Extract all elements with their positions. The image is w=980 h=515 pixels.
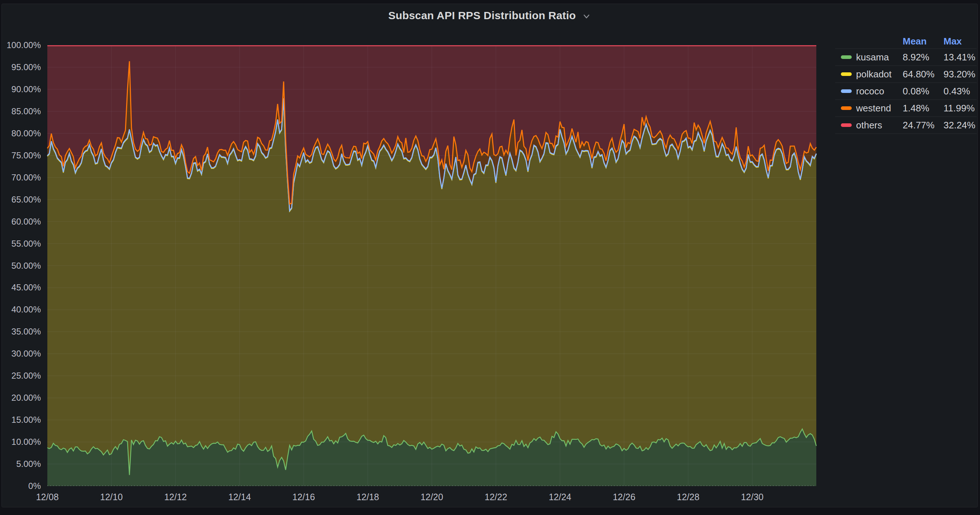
x-tick-label: 12/10 bbox=[86, 491, 137, 503]
legend-swatch-others bbox=[841, 123, 852, 127]
legend-label-polkadot[interactable]: polkadot bbox=[856, 69, 891, 80]
y-tick-label: 10.00% bbox=[2, 437, 41, 447]
y-tick-label: 20.00% bbox=[2, 392, 41, 403]
legend-mean-others: 24.77% bbox=[903, 120, 934, 131]
legend-mean-rococo: 0.08% bbox=[903, 86, 929, 97]
y-tick-label: 0% bbox=[2, 481, 41, 491]
stacked-area-chart[interactable] bbox=[47, 45, 816, 486]
legend-swatch-westend bbox=[841, 106, 852, 110]
y-tick-label: 50.00% bbox=[2, 260, 41, 271]
chevron-down-icon[interactable] bbox=[582, 11, 591, 21]
legend-column-header-max[interactable]: Max bbox=[943, 35, 962, 47]
panel-title[interactable]: Subscan API RPS Distribution Ratio bbox=[388, 10, 576, 22]
x-tick-label: 12/30 bbox=[727, 491, 778, 503]
legend-mean-kusama: 8.92% bbox=[903, 52, 929, 63]
x-tick-label: 12/16 bbox=[278, 491, 329, 503]
panel-header[interactable]: Subscan API RPS Distribution Ratio bbox=[2, 4, 977, 27]
legend-swatch-kusama bbox=[841, 55, 852, 59]
legend-row-polkadot[interactable]: polkadot64.80%93.20% bbox=[835, 66, 977, 83]
y-tick-label: 95.00% bbox=[2, 62, 41, 73]
y-tick-label: 65.00% bbox=[2, 194, 41, 205]
y-tick-label: 80.00% bbox=[2, 128, 41, 139]
legend-mean-polkadot: 64.80% bbox=[903, 69, 934, 80]
legend-swatch-rococo bbox=[841, 89, 852, 93]
legend-max-westend: 11.99% bbox=[943, 103, 975, 114]
legend-max-others: 32.24% bbox=[943, 120, 975, 131]
legend-max-kusama: 13.41% bbox=[943, 52, 975, 63]
x-tick-label: 12/24 bbox=[535, 491, 585, 503]
y-tick-label: 25.00% bbox=[2, 370, 41, 381]
legend-row-rococo[interactable]: rococo0.08%0.43% bbox=[835, 83, 977, 100]
legend-row-westend[interactable]: westend1.48%11.99% bbox=[835, 100, 977, 117]
x-tick-label: 12/18 bbox=[342, 491, 393, 503]
legend-header-row: MeanMax bbox=[835, 33, 977, 49]
legend-swatch-polkadot bbox=[841, 72, 852, 76]
panel-subscan-rps: Subscan API RPS Distribution Ratio 0%5.0… bbox=[2, 4, 978, 507]
legend-row-kusama[interactable]: kusama8.92%13.41% bbox=[835, 49, 977, 66]
plot-area[interactable] bbox=[47, 45, 816, 486]
x-tick-label: 12/14 bbox=[214, 491, 265, 503]
legend-label-westend[interactable]: westend bbox=[856, 103, 891, 114]
legend-max-rococo: 0.43% bbox=[943, 86, 970, 97]
x-tick-label: 12/28 bbox=[663, 491, 713, 503]
y-tick-label: 90.00% bbox=[2, 84, 41, 95]
x-tick-label: 12/20 bbox=[407, 491, 457, 503]
legend-label-kusama[interactable]: kusama bbox=[856, 52, 889, 63]
legend-row-others[interactable]: others24.77%32.24% bbox=[835, 117, 977, 134]
y-tick-label: 70.00% bbox=[2, 172, 41, 183]
legend-column-header-mean[interactable]: Mean bbox=[903, 35, 926, 47]
y-tick-label: 60.00% bbox=[2, 216, 41, 227]
y-tick-label: 45.00% bbox=[2, 282, 41, 293]
y-tick-label: 40.00% bbox=[2, 304, 41, 315]
x-tick-label: 12/12 bbox=[150, 491, 201, 503]
legend-max-polkadot: 93.20% bbox=[943, 69, 975, 80]
legend-label-others[interactable]: others bbox=[856, 120, 882, 131]
x-tick-label: 12/22 bbox=[471, 491, 521, 503]
y-tick-label: 100.00% bbox=[2, 40, 41, 51]
y-tick-label: 5.00% bbox=[2, 459, 41, 469]
y-tick-label: 75.00% bbox=[2, 150, 41, 161]
legend-label-rococo[interactable]: rococo bbox=[856, 86, 884, 97]
y-tick-label: 85.00% bbox=[2, 106, 41, 117]
y-tick-label: 35.00% bbox=[2, 326, 41, 337]
y-tick-label: 55.00% bbox=[2, 238, 41, 249]
y-tick-label: 15.00% bbox=[2, 415, 41, 425]
legend-table: MeanMaxkusama8.92%13.41%polkadot64.80%93… bbox=[835, 33, 977, 134]
legend-mean-westend: 1.48% bbox=[903, 103, 929, 114]
y-tick-label: 30.00% bbox=[2, 348, 41, 359]
x-tick-label: 12/08 bbox=[22, 491, 73, 503]
x-tick-label: 12/26 bbox=[599, 491, 649, 503]
grafana-dashboard: { "page": { "background": "#111217", "pa… bbox=[0, 0, 980, 515]
